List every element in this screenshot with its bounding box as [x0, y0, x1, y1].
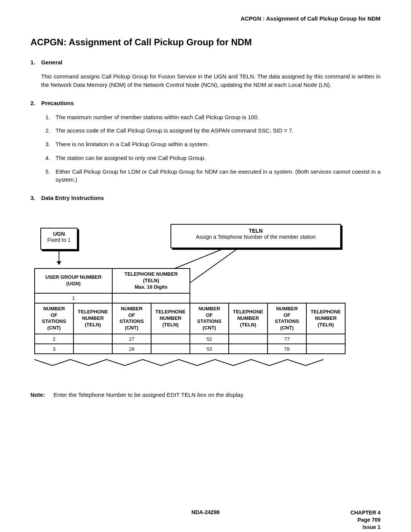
data-entry-table: USER GROUP NUMBER (UGN) TELEPHONE NUMBER…	[34, 268, 346, 354]
td-teln-value	[112, 293, 190, 303]
section-3-head: 3. Data Entry Instructions	[30, 195, 381, 201]
footer-doc-id: NDA-24298	[30, 509, 381, 515]
section-3-num: 3.	[30, 195, 40, 201]
cell-cnt: 28	[112, 344, 151, 354]
running-header: ACPGN : Assignment of Call Pickup Group …	[30, 15, 381, 22]
precaution-item: There is no limitation in a Call Pickup …	[52, 140, 381, 149]
ugn-callout-title: UGN	[41, 231, 77, 237]
table-row: 3 28 53 78	[35, 344, 345, 354]
th-cnt-3: NUMBER OF STATIONS (CNT)	[190, 303, 229, 334]
cell-cnt: 53	[190, 344, 229, 354]
cell-cnt: 27	[112, 334, 151, 344]
th-teln-1: TELEPHONE NUMBER (TELN)	[73, 303, 112, 334]
th-ugn: USER GROUP NUMBER (UGN)	[35, 268, 112, 293]
cell-teln	[151, 344, 190, 354]
ugn-callout-sub: Fixed to 1	[41, 237, 77, 243]
precaution-item: Either Call Pickup Group for LDM or Call…	[52, 168, 381, 184]
cell-cnt: 77	[268, 334, 306, 344]
page-title: ACPGN: Assignment of Call Pickup Group f…	[30, 37, 381, 48]
precautions-list: The maximum number of member stations wi…	[41, 113, 381, 184]
torn-edge-icon	[34, 359, 323, 370]
th-teln-2: TELEPHONE NUMBER (TELN)	[151, 303, 190, 334]
footer-issue: Issue 1	[350, 524, 381, 531]
section-1-head: 1. General	[30, 59, 381, 66]
section-3-label: Data Entry Instructions	[41, 195, 104, 201]
cell-cnt: 3	[35, 344, 73, 354]
cell-teln	[151, 334, 190, 344]
cell-teln	[306, 334, 345, 344]
section-1-label: General	[41, 59, 62, 66]
th-cnt-2: NUMBER OF STATIONS (CNT)	[112, 303, 151, 334]
teln-callout-sub: Assign a Telephone Number of the member …	[171, 234, 340, 240]
section-2-head: 2. Precautions	[30, 100, 381, 106]
footer-page: Page 709	[350, 516, 381, 524]
cell-cnt: 2	[35, 334, 73, 344]
th-teln-4: TELEPHONE NUMBER (TELN)	[306, 303, 345, 334]
precaution-item: The maximum number of member stations wi…	[52, 113, 381, 121]
th-teln: TELEPHONE NUMBER (TELN) Max. 16 Digits	[112, 268, 190, 293]
table-row: 2 27 52 77	[35, 334, 345, 344]
section-2-label: Precautions	[41, 100, 74, 106]
cell-teln	[73, 334, 112, 344]
footer-chapter: CHAPTER 4	[350, 509, 381, 516]
cell-cnt: 78	[268, 344, 306, 354]
cell-teln	[306, 344, 345, 354]
cell-cnt: 52	[190, 334, 229, 344]
section-1-body: This command assigns Call Pickup Group f…	[41, 72, 381, 89]
data-entry-diagram: UGN Fixed to 1 TELN Assign a Telephone N…	[30, 224, 381, 376]
section-2-num: 2.	[30, 100, 40, 106]
arrow-ugn-down-icon	[59, 251, 59, 264]
ugn-callout-box: UGN Fixed to 1	[40, 228, 78, 250]
note-text-c: box on the display.	[197, 391, 244, 398]
precaution-item: The station can be assigned to only one …	[52, 154, 381, 162]
teln-callout-title: TELN	[171, 228, 340, 234]
th-teln-3: TELEPHONE NUMBER (TELN)	[229, 303, 268, 334]
note-label: Note:	[30, 391, 45, 398]
note-text-a: Enter the Telephone Number to be assigne…	[54, 391, 165, 398]
cell-teln	[229, 344, 268, 354]
teln-callout-box: TELN Assign a Telephone Number of the me…	[170, 224, 341, 248]
cell-teln	[229, 334, 268, 344]
note: Note: Enter the Telephone Number to be a…	[30, 391, 381, 398]
td-ugn-value: 1	[35, 293, 112, 303]
precaution-item: The access code of the Call Pickup Group…	[52, 126, 381, 135]
section-1-num: 1.	[30, 59, 40, 66]
note-text-b: EDIT TELN	[167, 391, 196, 398]
th-cnt-4: NUMBER OF STATIONS (CNT)	[268, 303, 306, 334]
th-cnt-1: NUMBER OF STATIONS (CNT)	[35, 303, 73, 334]
cell-teln	[73, 344, 112, 354]
